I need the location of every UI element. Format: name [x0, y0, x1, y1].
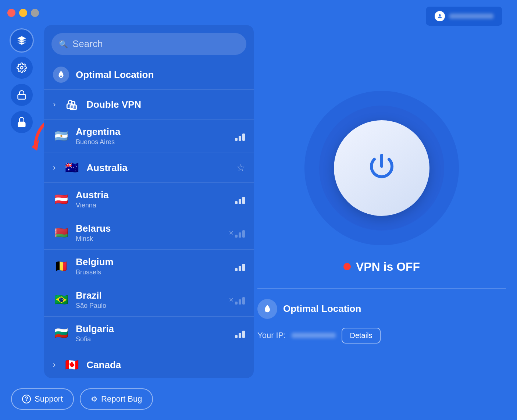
- search-icon: 🔍: [59, 40, 68, 49]
- report-bug-label: Report Bug: [101, 394, 142, 404]
- sidebar: [0, 22, 43, 420]
- optimal-location-text: Optimal Location: [76, 69, 245, 81]
- status-dot: [343, 263, 351, 270]
- list-item-brazil[interactable]: 🇧🇷 Brazil São Paulo ✕: [44, 283, 254, 317]
- ip-label: Your IP:: [257, 331, 286, 340]
- australia-flag: 🇦🇺: [64, 160, 80, 176]
- double-vpn-icon: [64, 96, 80, 113]
- list-item-argentina[interactable]: 🇦🇷 Argentina Buenos Aires: [44, 120, 254, 153]
- canada-text: Canada: [86, 359, 245, 371]
- belarus-flag: 🇧🇾: [53, 225, 69, 241]
- list-item-austria[interactable]: 🇦🇹 Austria Vienna: [44, 183, 254, 216]
- list-item-bulgaria[interactable]: 🇧🇬 Bulgaria Sofia: [44, 317, 254, 350]
- power-button[interactable]: [334, 120, 429, 216]
- australia-text: Australia: [86, 162, 230, 174]
- svg-point-0: [439, 14, 441, 16]
- fullscreen-button[interactable]: [31, 9, 39, 17]
- support-button[interactable]: ? Support: [11, 388, 74, 410]
- report-bug-button[interactable]: ⚙ Report Bug: [80, 388, 153, 410]
- close-button[interactable]: [7, 9, 15, 17]
- vpn-status: VPN is OFF: [343, 260, 420, 274]
- chevron-icon: ›: [53, 163, 56, 172]
- austria-text: Austria Vienna: [76, 189, 228, 209]
- signal-bars: [235, 295, 245, 305]
- account-name: [449, 14, 493, 19]
- list-item-double-vpn[interactable]: › Double VPN: [44, 90, 254, 120]
- rocket-icon: [53, 67, 69, 83]
- argentina-text: Argentina Buenos Aires: [76, 126, 228, 146]
- location-panel: 🔍 Optimal Location ›: [44, 25, 254, 378]
- sidebar-item-vpn[interactable]: [11, 29, 33, 51]
- belgium-text: Belgium Brussels: [76, 256, 228, 276]
- svg-rect-2: [18, 95, 26, 99]
- location-list: Optimal Location › Double VPN 🇦🇷: [44, 60, 254, 378]
- account-button[interactable]: [426, 7, 502, 26]
- sidebar-item-security[interactable]: [11, 84, 33, 106]
- sidebar-item-settings[interactable]: [11, 57, 33, 79]
- austria-flag: 🇦🇹: [53, 191, 69, 207]
- minimize-button[interactable]: [19, 9, 27, 17]
- svg-point-1: [21, 67, 23, 69]
- selected-location-name: Optimal Location: [283, 303, 361, 314]
- argentina-flag: 🇦🇷: [53, 128, 69, 144]
- bottom-info: Optimal Location Your IP: Details: [257, 288, 506, 344]
- signal-bars: [235, 195, 245, 204]
- list-item-canada[interactable]: › 🇨🇦 Canada: [44, 350, 254, 378]
- list-item-belarus[interactable]: 🇧🇾 Belarus Minsk ✕: [44, 216, 254, 250]
- chevron-icon: ›: [53, 100, 56, 109]
- signal-bars: [235, 228, 245, 238]
- ip-row: Your IP: Details: [257, 328, 506, 344]
- power-circle-mid: [319, 106, 444, 231]
- signal-bars: [235, 328, 245, 338]
- favorite-star-icon[interactable]: ☆: [236, 162, 245, 174]
- selected-location-icon: [257, 299, 277, 319]
- details-button[interactable]: Details: [342, 328, 380, 344]
- bottom-buttons: ? Support ⚙ Report Bug: [11, 388, 153, 410]
- bug-icon: ⚙: [91, 395, 97, 403]
- list-item-optimal[interactable]: Optimal Location: [44, 60, 254, 90]
- traffic-lights: [7, 9, 39, 17]
- chevron-icon: ›: [53, 360, 56, 370]
- main-area: VPN is OFF Optimal Location Your IP: Det…: [257, 25, 506, 409]
- signal-bars: [235, 261, 245, 271]
- vpn-status-text: VPN is OFF: [356, 260, 420, 274]
- svg-rect-5: [70, 105, 76, 110]
- bulgaria-text: Bulgaria Sofia: [76, 323, 228, 343]
- signal-bars: [235, 131, 245, 141]
- canada-flag: 🇨🇦: [64, 357, 80, 373]
- bulgaria-flag: 🇧🇬: [53, 325, 69, 341]
- ip-address: [292, 333, 336, 338]
- support-label: Support: [35, 394, 63, 404]
- support-icon: ?: [22, 395, 31, 403]
- brazil-flag: 🇧🇷: [53, 292, 69, 308]
- list-item-australia[interactable]: › 🇦🇺 Australia ☆: [44, 153, 254, 183]
- optimal-location-name: Optimal Location: [76, 69, 245, 81]
- brazil-text: Brazil São Paulo: [76, 290, 222, 310]
- belarus-text: Belarus Minsk: [76, 223, 222, 243]
- belgium-flag: 🇧🇪: [53, 258, 69, 274]
- double-vpn-name: Double VPN: [86, 99, 245, 110]
- selected-location-row: Optimal Location: [257, 299, 506, 319]
- list-item-belgium[interactable]: 🇧🇪 Belgium Brussels: [44, 250, 254, 283]
- search-input[interactable]: [72, 38, 239, 50]
- user-icon: [435, 11, 445, 21]
- double-vpn-text: Double VPN: [86, 99, 245, 110]
- power-circle-outer: [304, 91, 459, 245]
- search-bar[interactable]: 🔍: [51, 33, 246, 55]
